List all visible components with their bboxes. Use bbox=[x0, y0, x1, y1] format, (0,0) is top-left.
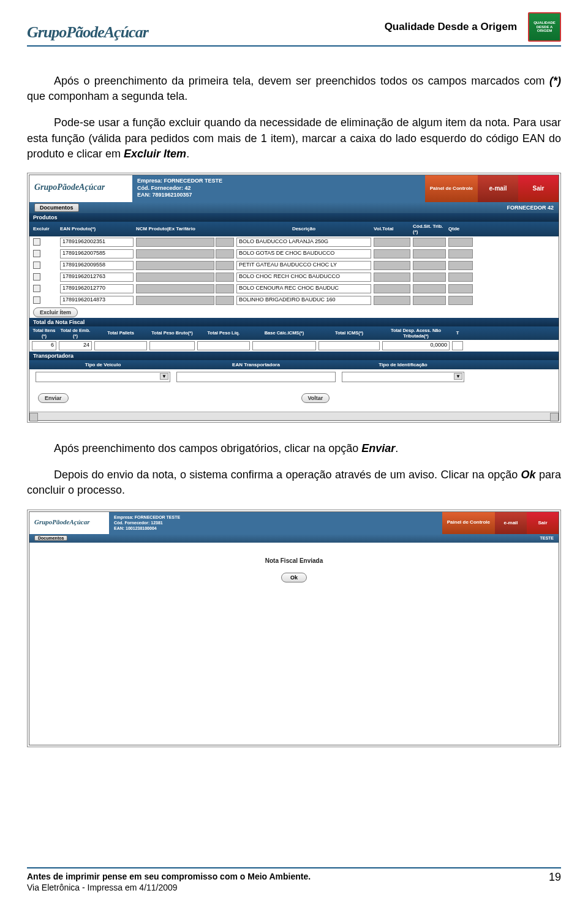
excluir-checkbox[interactable] bbox=[33, 250, 40, 257]
documentos-button[interactable]: Documentos bbox=[34, 203, 79, 212]
transportadora-header: Tipo de Veículo EAN Transportadora Tipo … bbox=[29, 360, 559, 369]
page-number: 19 bbox=[549, 871, 561, 893]
brand-logo: GrupoPãodeAçúcar bbox=[27, 23, 148, 42]
band-produtos: Produtos bbox=[29, 213, 559, 222]
band-transportadora: Transportadora bbox=[29, 352, 559, 360]
total-desp-field[interactable]: 0,0000 bbox=[382, 341, 450, 350]
ean-field[interactable]: 17891962012763 bbox=[60, 273, 134, 282]
horizontal-scrollbar[interactable] bbox=[29, 412, 559, 420]
fornecedor-label: FORNECEDOR 42 bbox=[507, 205, 554, 211]
ean-field[interactable]: 17891962007585 bbox=[60, 249, 134, 258]
excluir-checkbox[interactable] bbox=[33, 262, 40, 269]
paragraph-2: Pode-se usar a função excluir quando da … bbox=[27, 115, 561, 162]
app-logo: GrupoPãodeAçúcar bbox=[29, 175, 132, 202]
table-row: 17891962009558 PETIT GATEAU BAUDUCCO CHO… bbox=[29, 260, 559, 271]
ean-field[interactable]: 17891962014873 bbox=[60, 296, 134, 305]
page-footer: Antes de imprimir pense em seu compromis… bbox=[27, 867, 561, 893]
footer-line2: Via Eletrônica - Impressa em 4/11/2009 bbox=[27, 882, 311, 893]
table-row: 17891962007585 BOLO GOTAS DE CHOC BAUDUC… bbox=[29, 248, 559, 260]
enviar-button[interactable]: Enviar bbox=[38, 393, 69, 403]
painel-button[interactable]: Painel de Controle bbox=[442, 512, 495, 534]
desc-field[interactable]: BOLO CENOURA REC CHOC BAUDUC bbox=[236, 284, 371, 293]
ean-field[interactable]: 17891962009558 bbox=[60, 261, 134, 270]
table-row: 17891962012770 BOLO CENOURA REC CHOC BAU… bbox=[29, 283, 559, 295]
desc-field[interactable]: BOLO BAUDUCCO LARANJA 250G bbox=[236, 238, 371, 247]
documentos-button[interactable]: Documentos bbox=[34, 535, 67, 541]
paragraph-4: Depois do envio da nota, o sistema confi… bbox=[27, 467, 561, 498]
voltar-button[interactable]: Voltar bbox=[301, 393, 330, 403]
excluir-checkbox[interactable] bbox=[33, 285, 40, 292]
table-row: 17891962012763 BOLO CHOC RECH CHOC BAUDU… bbox=[29, 271, 559, 283]
desc-field[interactable]: BOLO GOTAS DE CHOC BAUDUCCO bbox=[236, 249, 371, 258]
totais-row: 6 24 0,0000 bbox=[29, 340, 559, 352]
screenshot-produtos: GrupoPãodeAçúcar Empresa: FORNECEDOR TES… bbox=[27, 173, 561, 423]
table-row: 17891962002351 BOLO BAUDUCCO LARANJA 250… bbox=[29, 236, 559, 248]
excluir-checkbox[interactable] bbox=[33, 273, 40, 281]
transportadora-row bbox=[29, 369, 559, 385]
total-emb-field[interactable]: 24 bbox=[59, 341, 92, 350]
total-itens-field[interactable]: 6 bbox=[32, 341, 56, 350]
desc-field[interactable]: BOLINHO BRIGADEIRO BAUDUC 160 bbox=[236, 296, 371, 305]
app-info: Empresa: FORNECEDOR TESTE Cód. Fornecedo… bbox=[132, 175, 425, 202]
quality-badge: QUALIDADE DESDE A ORIGEM bbox=[528, 12, 561, 42]
nota-enviada-label: Nota Fiscal Enviada bbox=[265, 557, 323, 564]
fornecedor-label: TESTE bbox=[540, 536, 554, 540]
paragraph-3: Após preenchimento dos campos obrigatóri… bbox=[27, 441, 561, 456]
excluir-item-button[interactable]: Excluir Ítem bbox=[33, 307, 78, 317]
page-title: Qualidade Desde a Origem bbox=[385, 21, 517, 33]
desc-field[interactable]: BOLO CHOC RECH CHOC BAUDUCCO bbox=[236, 273, 371, 282]
tipo-veiculo-select[interactable] bbox=[36, 372, 170, 382]
tipo-ident-select[interactable] bbox=[342, 372, 464, 382]
totais-header: Total Itens (*) Total de Emb.(*) Total P… bbox=[29, 326, 559, 340]
ok-button[interactable]: Ok bbox=[281, 573, 307, 582]
sair-button[interactable]: Sair bbox=[518, 175, 559, 202]
sair-button[interactable]: Sair bbox=[527, 512, 559, 534]
screenshot-confirmacao: GrupoPãodeAçúcar Empresa: FORNECEDOR TES… bbox=[27, 510, 561, 747]
produtos-header: Excluir EAN Produto(*) NCM Produto|Ex Ta… bbox=[29, 222, 559, 236]
email-button[interactable]: e-mail bbox=[478, 175, 518, 202]
email-button[interactable]: e-mail bbox=[495, 512, 527, 534]
band-total: Total da Nota Fiscal bbox=[29, 318, 559, 326]
ean-transportadora-field[interactable] bbox=[176, 372, 336, 382]
excluir-checkbox[interactable] bbox=[33, 238, 40, 246]
desc-field[interactable]: PETIT GATEAU BAUDUCCO CHOC LY bbox=[236, 261, 371, 270]
app-info: Empresa: FORNECEDOR TESTE Cód. Fornecedo… bbox=[109, 512, 442, 534]
table-row: 17891962014873 BOLINHO BRIGADEIRO BAUDUC… bbox=[29, 295, 559, 306]
painel-button[interactable]: Painel de Controle bbox=[425, 175, 478, 202]
ean-field[interactable]: 17891962012770 bbox=[60, 284, 134, 293]
ean-field[interactable]: 17891962002351 bbox=[60, 238, 134, 247]
footer-line1: Antes de imprimir pense em seu compromis… bbox=[27, 871, 311, 882]
paragraph-1: Após o preenchimento da primeira tela, d… bbox=[27, 73, 561, 104]
app-logo: GrupoPãodeAçúcar bbox=[29, 512, 109, 534]
excluir-checkbox[interactable] bbox=[33, 296, 40, 304]
